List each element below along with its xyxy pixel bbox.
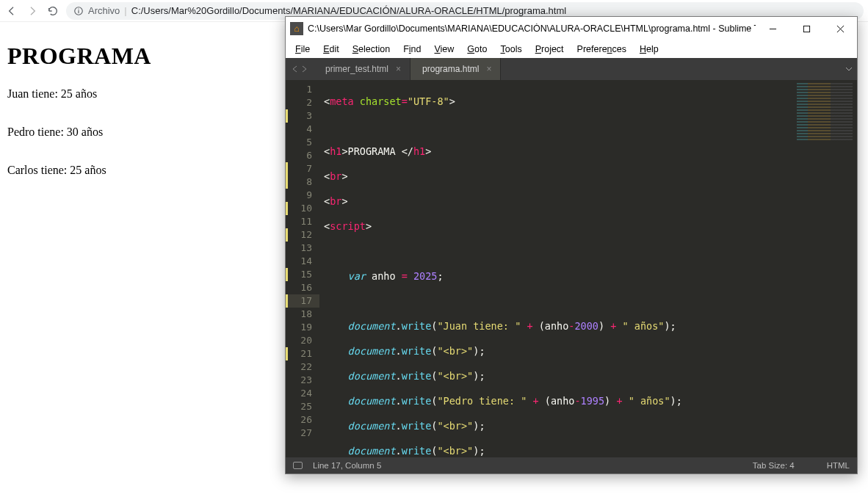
- status-syntax[interactable]: HTML: [827, 461, 850, 470]
- menu-project[interactable]: Project: [529, 43, 571, 56]
- close-button[interactable]: [823, 17, 857, 40]
- url-separator: |: [124, 5, 126, 16]
- menu-preferences[interactable]: Preferences: [571, 43, 633, 56]
- panel-switch-icon[interactable]: [293, 462, 303, 469]
- sublime-window: ⌂ C:\Users\Mar Gordillo\Documents\MARIAN…: [285, 16, 858, 474]
- tab-label: programa.html: [422, 64, 479, 74]
- tab-history-nav[interactable]: [286, 58, 314, 80]
- status-bar: Line 17, Column 5 Tab Size: 4 HTML: [286, 457, 857, 474]
- menu-goto[interactable]: Goto: [460, 43, 493, 56]
- maximize-button[interactable]: [789, 17, 823, 40]
- code-area[interactable]: <meta charset="UTF-8"> <h1>PROGRAMA </h1…: [319, 80, 792, 457]
- window-title: C:\Users\Mar Gordillo\Documents\MARIANA\…: [308, 23, 756, 34]
- status-position: Line 17, Column 5: [313, 461, 381, 470]
- back-button[interactable]: [4, 4, 19, 18]
- titlebar[interactable]: ⌂ C:\Users\Mar Gordillo\Documents\MARIAN…: [286, 17, 857, 40]
- menu-find[interactable]: Find: [397, 43, 427, 56]
- menu-selection[interactable]: Selection: [346, 43, 397, 56]
- menu-view[interactable]: View: [427, 43, 460, 56]
- url-text: C:/Users/Mar%20Gordillo/Documents/MARIAN…: [131, 5, 566, 16]
- reload-button[interactable]: [46, 4, 60, 18]
- tab-programa[interactable]: programa.html ×: [411, 58, 501, 80]
- minimap[interactable]: [792, 80, 857, 457]
- tab-close-icon[interactable]: ×: [486, 64, 491, 74]
- forward-button[interactable]: [25, 4, 40, 18]
- menu-edit[interactable]: Edit: [317, 43, 346, 56]
- tab-next-icon: [300, 65, 308, 73]
- editor[interactable]: 1234567891011121314151617181920212223242…: [286, 80, 857, 457]
- info-icon: [73, 6, 84, 16]
- tab-bar: primer_test.html × programa.html ×: [286, 58, 857, 80]
- svg-rect-4: [803, 26, 809, 32]
- menu-bar: File Edit Selection Find View Goto Tools…: [286, 40, 857, 58]
- menu-file[interactable]: File: [289, 43, 317, 56]
- tab-primer-test[interactable]: primer_test.html ×: [314, 58, 411, 80]
- tab-prev-icon: [292, 65, 299, 73]
- status-tab-size[interactable]: Tab Size: 4: [753, 461, 795, 470]
- app-icon: ⌂: [290, 22, 303, 35]
- svg-point-2: [78, 8, 79, 9]
- menu-tools[interactable]: Tools: [493, 43, 528, 56]
- line-gutter: 1234567891011121314151617181920212223242…: [286, 80, 319, 457]
- url-scheme-label: Archivo: [88, 5, 120, 16]
- minimize-button[interactable]: [756, 17, 789, 40]
- tab-overflow-icon[interactable]: [845, 58, 853, 80]
- tab-label: primer_test.html: [325, 64, 388, 74]
- menu-help[interactable]: Help: [633, 43, 665, 56]
- tab-close-icon[interactable]: ×: [396, 64, 401, 74]
